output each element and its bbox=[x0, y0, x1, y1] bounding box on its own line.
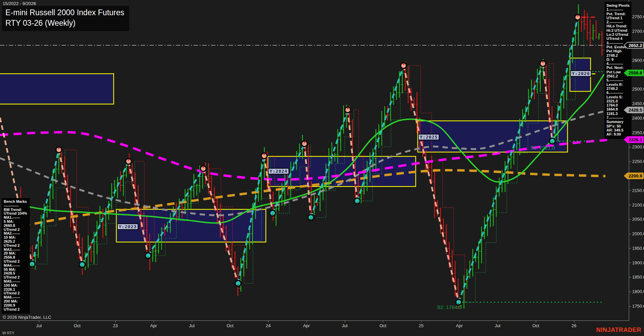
pivot-marker-high bbox=[301, 140, 308, 147]
pivot-marker-low bbox=[307, 214, 315, 221]
pivot-marker-high bbox=[261, 152, 268, 160]
panel-line: 2660.8 bbox=[4, 224, 29, 228]
pivot-marker-low bbox=[455, 299, 462, 306]
price-chart-canvas[interactable]: S1: 2321.0S2: 1764.0 bbox=[0, 0, 644, 336]
pivot-marker-low bbox=[79, 261, 86, 268]
last-price-badge-label: 2652.2 bbox=[629, 43, 642, 48]
year-box bbox=[116, 209, 266, 242]
pivot-marker-low bbox=[269, 210, 276, 217]
pivot-marker-low bbox=[145, 252, 152, 259]
panel-line: ------------ bbox=[4, 204, 29, 208]
pivot-marker-high bbox=[55, 146, 63, 153]
panel-line: 200 MA: bbox=[4, 299, 29, 304]
instrument-label: W RTY bbox=[2, 331, 14, 335]
chart-window: S1: 2321.0S2: 1764.0 15/2022 - 9/2026 E-… bbox=[0, 0, 644, 336]
pivot-marker-high bbox=[539, 60, 547, 67]
chart-title-line1: E-mini Russell 2000 Index Futures bbox=[5, 7, 124, 18]
pivot-marker-low bbox=[354, 197, 361, 205]
year-label-chip: Y:2026 bbox=[570, 70, 592, 77]
chart-title-line2: RTY 03-26 (Weekly) bbox=[5, 18, 124, 28]
zigzag-leg bbox=[459, 64, 543, 302]
ma200-badge-label: 2200.9 bbox=[629, 173, 642, 178]
bench-marks-panel: Bench Marks------------BM Trend:UTrend 1… bbox=[2, 198, 30, 314]
panel-line: 2200.9 bbox=[4, 304, 29, 308]
year-label-chip: Y:2025 bbox=[418, 134, 439, 140]
copyright-text: © 2026 NinjaTrader, LLC bbox=[3, 315, 51, 320]
panel-line: UTrend 2 bbox=[4, 260, 29, 264]
panel-line: 2625.2 bbox=[4, 240, 29, 244]
date-range: 15/2022 - 9/2026 bbox=[3, 1, 36, 6]
zigzag-leg bbox=[32, 150, 59, 264]
panel-line: 5 MA: bbox=[4, 220, 29, 224]
panel-line: UTrend 2 bbox=[4, 244, 29, 248]
ma55-badge-label: 2428.5 bbox=[629, 107, 642, 113]
panel-line: MA5.------ bbox=[4, 280, 29, 284]
year-box bbox=[0, 74, 114, 104]
stop-step-line-down bbox=[65, 150, 88, 265]
panel-line: 100 MA: bbox=[4, 284, 29, 288]
pivot-marker-high bbox=[344, 106, 351, 113]
ma20-badge-label: 2556.8 bbox=[629, 70, 642, 75]
s1-level-label: S1: 2321.0 bbox=[530, 145, 555, 150]
pivot-marker-high bbox=[574, 14, 581, 21]
year-label-chip: Y:2023 bbox=[117, 223, 138, 230]
pivot-marker-high bbox=[200, 165, 207, 172]
ma100-badge-label: 2326.1 bbox=[629, 137, 642, 142]
stop-step-line-up bbox=[38, 150, 65, 264]
pivot-marker-high bbox=[125, 158, 132, 165]
pivot-marker-low bbox=[235, 280, 242, 287]
plot-area[interactable]: S1: 2321.0S2: 1764.0 bbox=[0, 4, 629, 310]
panel-line: MA4.------ bbox=[4, 264, 29, 268]
pivot-marker-low bbox=[549, 138, 556, 145]
stop-step-line-up bbox=[465, 64, 549, 302]
year-label-chip: Y:2024 bbox=[268, 168, 289, 174]
stop-step-line-down bbox=[410, 66, 465, 302]
panel-line: UTrend 2 bbox=[4, 308, 29, 312]
chart-title-block: E-mini Russell 2000 Index Futures RTY 03… bbox=[2, 6, 129, 31]
price-badges: 2652.22556.82428.52326.12200.9 bbox=[622, 0, 644, 336]
pivot-marker-high bbox=[400, 62, 407, 69]
